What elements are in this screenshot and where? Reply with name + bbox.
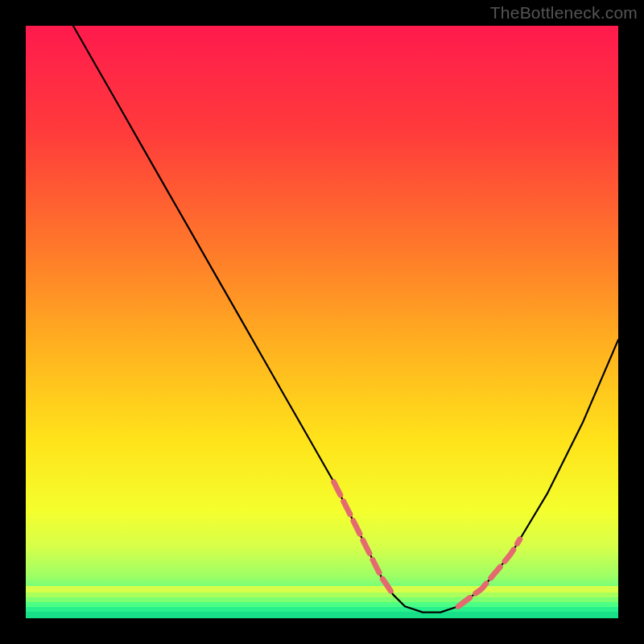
gradient-stripe [26,602,618,607]
chart-svg [0,0,644,644]
gradient-stripe [26,586,618,592]
gradient-stripe [26,612,618,618]
gradient-stripe [26,607,618,612]
gradient-stripe [26,597,618,602]
chart-stage: TheBottleneck.com [0,0,644,644]
gradient-stripe [26,592,618,597]
plot-background [26,26,618,618]
watermark-text: TheBottleneck.com [490,3,638,23]
